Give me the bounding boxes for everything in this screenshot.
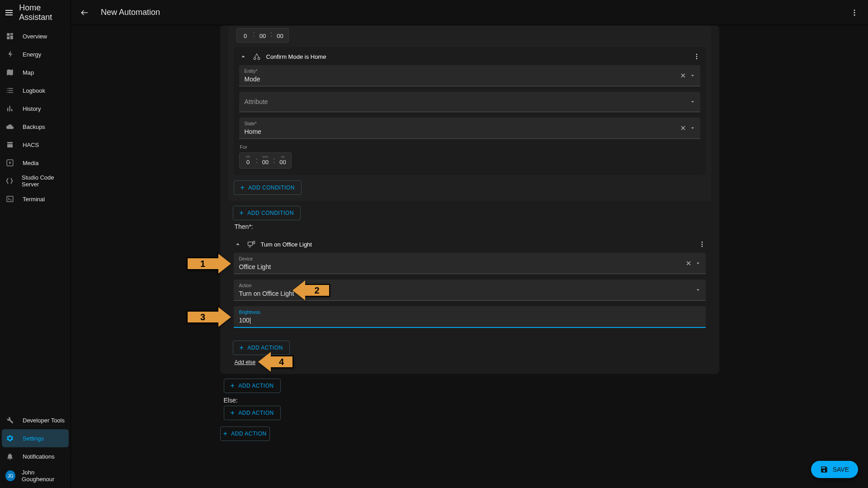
condition-title: Confirm Mode is Home bbox=[266, 53, 326, 60]
svg-point-14 bbox=[696, 54, 697, 55]
back-button[interactable] bbox=[76, 5, 93, 21]
annotation-arrow-2: 2 bbox=[292, 280, 330, 300]
sidebar-item-label: Notifications bbox=[23, 453, 55, 460]
collapse-toggle[interactable] bbox=[239, 52, 247, 61]
action-title: Turn on Office Light bbox=[261, 241, 312, 248]
sidebar-item-code-server[interactable]: Studio Code Server bbox=[2, 172, 69, 190]
chart-icon bbox=[5, 104, 14, 113]
sidebar-item-dev-tools[interactable]: Developer Tools bbox=[2, 411, 69, 429]
for-duration-input[interactable]: hh0 : mm00 : ss00 bbox=[239, 152, 292, 169]
svg-point-9 bbox=[854, 9, 855, 11]
sidebar-item-terminal[interactable]: Terminal bbox=[2, 190, 69, 208]
for-label: For bbox=[240, 144, 700, 150]
chevron-down-icon[interactable] bbox=[695, 260, 701, 266]
sidebar-user[interactable]: JG John Goughenour bbox=[2, 465, 69, 486]
clear-icon[interactable] bbox=[679, 72, 687, 79]
topbar: New Automation bbox=[71, 0, 868, 25]
sidebar: Home Assistant Overview Energy Map Logbo… bbox=[0, 0, 71, 488]
else-label: Else: bbox=[224, 397, 719, 404]
sidebar-nav: Overview Energy Map Logbook History Back… bbox=[0, 25, 71, 210]
svg-rect-17 bbox=[248, 242, 252, 246]
gear-icon bbox=[5, 434, 14, 443]
sidebar-item-label: Settings bbox=[23, 435, 44, 442]
list-icon bbox=[5, 86, 14, 95]
sidebar-item-label: Energy bbox=[23, 51, 41, 58]
sidebar-item-backups[interactable]: Backups bbox=[2, 118, 69, 136]
svg-rect-3 bbox=[7, 37, 9, 39]
sidebar-item-label: Media bbox=[23, 160, 38, 166]
chevron-down-icon[interactable] bbox=[689, 125, 696, 131]
svg-point-11 bbox=[854, 14, 855, 15]
sidebar-item-label: Map bbox=[23, 69, 34, 76]
sidebar-item-label: Developer Tools bbox=[23, 417, 65, 424]
clear-icon[interactable] bbox=[685, 260, 692, 267]
annotation-arrow-3: 3 bbox=[187, 307, 231, 327]
save-button[interactable]: SAVE bbox=[811, 461, 858, 478]
add-else-link[interactable]: Add else bbox=[235, 359, 256, 365]
play-icon bbox=[5, 158, 14, 167]
sidebar-item-label: Overview bbox=[23, 33, 47, 40]
dashboard-icon bbox=[5, 32, 14, 41]
clear-icon[interactable] bbox=[679, 124, 687, 132]
sidebar-item-logbook[interactable]: Logbook bbox=[2, 81, 69, 99]
sidebar-item-notifications[interactable]: Notifications bbox=[2, 447, 69, 465]
brightness-field[interactable]: Brightness 100 bbox=[234, 306, 706, 328]
action-menu-button[interactable] bbox=[698, 241, 706, 248]
condition-menu-button[interactable] bbox=[693, 53, 700, 60]
annotation-arrow-4: 4 bbox=[258, 352, 293, 372]
menu-toggle-icon[interactable] bbox=[5, 8, 13, 17]
device-field[interactable]: Device Office Light bbox=[234, 253, 706, 274]
content-scroll[interactable]: 0 : 00 : 00 Confirm Mode is Home bbox=[71, 25, 868, 488]
bell-icon bbox=[5, 452, 14, 461]
svg-point-16 bbox=[696, 58, 697, 59]
main: New Automation 0 : 00 : 00 bbox=[71, 0, 868, 488]
svg-rect-0 bbox=[7, 33, 9, 36]
chevron-down-icon[interactable] bbox=[695, 287, 701, 293]
sidebar-item-map[interactable]: Map bbox=[2, 63, 69, 81]
annotation-arrow-1: 1 bbox=[187, 254, 231, 274]
svg-point-21 bbox=[701, 246, 703, 247]
chevron-down-icon[interactable] bbox=[689, 99, 696, 105]
chevron-down-icon[interactable] bbox=[689, 72, 696, 79]
user-name: John Goughenour bbox=[22, 469, 65, 483]
cloud-icon bbox=[5, 122, 14, 131]
svg-rect-2 bbox=[10, 36, 13, 39]
svg-point-10 bbox=[854, 12, 855, 13]
store-icon bbox=[5, 140, 14, 149]
sidebar-item-label: Logbook bbox=[23, 87, 45, 94]
app-title: Home Assistant bbox=[19, 3, 65, 22]
sidebar-item-label: History bbox=[23, 105, 41, 112]
add-condition-inner-button[interactable]: +ADD CONDITION bbox=[234, 180, 302, 195]
add-action-bottom-button[interactable]: +ADD ACTION bbox=[220, 426, 270, 441]
sidebar-item-history[interactable]: History bbox=[2, 99, 69, 118]
svg-rect-4 bbox=[7, 108, 8, 112]
sidebar-item-label: HACS bbox=[23, 142, 39, 148]
svg-rect-8 bbox=[7, 196, 13, 202]
collapse-toggle[interactable] bbox=[234, 240, 242, 248]
map-icon bbox=[5, 68, 14, 77]
sidebar-item-overview[interactable]: Overview bbox=[2, 27, 69, 45]
svg-rect-1 bbox=[10, 33, 13, 35]
sidebar-bottom: Developer Tools Settings Notifications J… bbox=[0, 409, 71, 488]
svg-rect-5 bbox=[9, 106, 10, 111]
add-condition-button[interactable]: +ADD CONDITION bbox=[233, 206, 301, 220]
svg-rect-18 bbox=[253, 241, 255, 244]
sidebar-item-media[interactable]: Media bbox=[2, 154, 69, 172]
condition-group-card: 0 : 00 : 00 Confirm Mode is Home bbox=[228, 25, 711, 201]
state-icon bbox=[252, 52, 262, 62]
add-action-outer-button[interactable]: +ADD ACTION bbox=[224, 379, 281, 393]
state-field[interactable]: State* Home bbox=[239, 118, 700, 139]
duration-input[interactable]: 0 : 00 : 00 bbox=[236, 28, 289, 43]
overflow-menu-button[interactable] bbox=[846, 5, 863, 21]
terminal-icon bbox=[5, 194, 14, 204]
sidebar-item-energy[interactable]: Energy bbox=[2, 45, 69, 63]
add-action-else-button[interactable]: +ADD ACTION bbox=[224, 406, 281, 420]
svg-point-12 bbox=[254, 57, 256, 60]
sidebar-item-hacs[interactable]: HACS bbox=[2, 136, 69, 154]
sidebar-item-settings[interactable]: Settings bbox=[2, 429, 69, 447]
entity-field[interactable]: Entity* Mode bbox=[239, 65, 700, 86]
avatar: JG bbox=[5, 470, 15, 481]
sidebar-header: Home Assistant bbox=[0, 0, 71, 25]
attribute-field[interactable]: Attribute bbox=[239, 92, 700, 112]
if-block-card: 0 : 00 : 00 Confirm Mode is Home bbox=[220, 25, 719, 374]
